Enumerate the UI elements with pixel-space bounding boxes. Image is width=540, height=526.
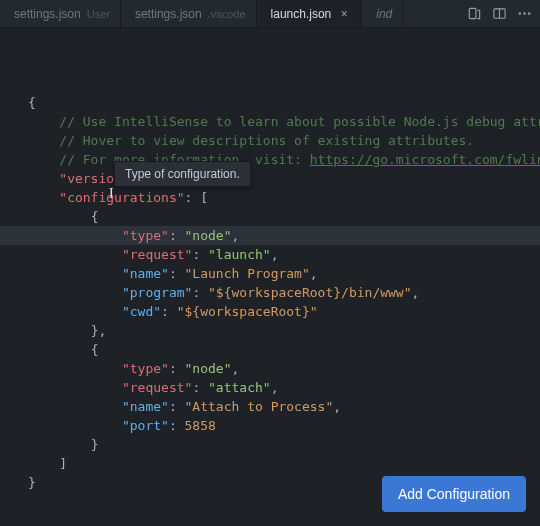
hover-tooltip: Type of configuration.: [114, 161, 251, 187]
json-key: "request": [122, 380, 192, 395]
json-key: "name": [122, 399, 169, 414]
tab-label: launch.json: [271, 7, 332, 21]
json-key: "port": [122, 418, 169, 433]
json-value: "Launch Program": [185, 266, 310, 281]
tab-bar: settings.json User settings.json .vscode…: [0, 0, 540, 28]
json-value: "${workspaceRoot}/bin/www": [208, 285, 412, 300]
svg-point-4: [523, 12, 525, 14]
json-key: "program": [122, 285, 192, 300]
split-editor-icon[interactable]: [492, 6, 507, 21]
code-editor[interactable]: { // Use IntelliSense to learn about pos…: [0, 28, 540, 511]
svg-point-3: [519, 12, 521, 14]
json-key: "type": [122, 228, 169, 243]
tab-label: ind: [376, 7, 392, 21]
json-key: "type": [122, 361, 169, 376]
json-key: "cwd": [122, 304, 161, 319]
comment-line: // Use IntelliSense to learn about possi…: [59, 114, 540, 129]
comment-link[interactable]: https://go.microsoft.com/fwlink/?li: [310, 152, 540, 167]
tab-launch-json[interactable]: launch.json ×: [257, 0, 363, 27]
json-value: 5858: [185, 418, 216, 433]
tab-label: settings.json: [135, 7, 202, 21]
tab-sublabel: User: [87, 8, 110, 20]
svg-point-5: [528, 12, 530, 14]
json-key: "configurations": [59, 190, 184, 205]
add-configuration-button[interactable]: Add Configuration: [382, 476, 526, 512]
json-key: "name": [122, 266, 169, 281]
json-key: "request": [122, 247, 192, 262]
text-cursor-icon: I: [109, 186, 114, 202]
json-value: "Attach to Process": [185, 399, 334, 414]
json-value: "${workspaceRoot}": [177, 304, 318, 319]
json-value: "launch": [208, 247, 271, 262]
tab-sublabel: .vscode: [208, 8, 246, 20]
json-value: "node": [185, 228, 232, 243]
json-value: "node": [185, 361, 232, 376]
tab-settings-vscode[interactable]: settings.json .vscode: [121, 0, 257, 27]
tab-settings-user[interactable]: settings.json User: [0, 0, 121, 27]
json-value: "attach": [208, 380, 271, 395]
open-changes-icon[interactable]: [467, 6, 482, 21]
more-icon[interactable]: [517, 6, 532, 21]
svg-rect-0: [469, 8, 476, 18]
tab-ind[interactable]: ind: [362, 0, 403, 27]
comment-line: // Hover to view descriptions of existin…: [59, 133, 474, 148]
close-icon[interactable]: ×: [337, 7, 351, 21]
tab-label: settings.json: [14, 7, 81, 21]
